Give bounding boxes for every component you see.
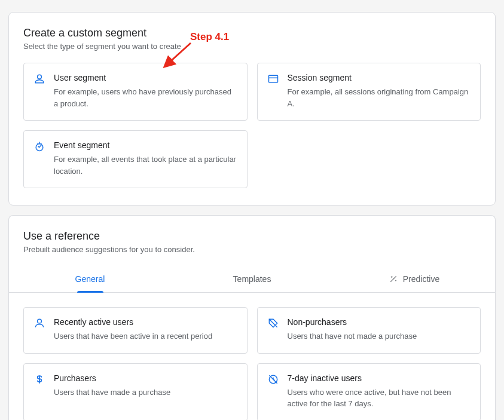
tab-templates[interactable]: Templates (171, 266, 333, 292)
user-icon (33, 73, 45, 85)
svg-point-5 (38, 319, 42, 323)
panel-title: Use a reference (23, 230, 481, 243)
event-icon (33, 140, 45, 152)
session-icon (267, 73, 279, 85)
user-icon (33, 317, 45, 329)
non-purchasers-card[interactable]: Non-purchasers Users that have not made … (257, 307, 481, 354)
panel-subtitle: Select the type of segment you want to c… (23, 42, 481, 51)
card-desc: Users that have not made a purchase (288, 330, 471, 342)
magic-wand-icon (389, 274, 398, 284)
no-tag-icon (267, 317, 279, 329)
seven-day-inactive-users-card[interactable]: 7-day inactive users Users who were once… (257, 363, 481, 421)
card-desc: Users who were once active, but have not… (288, 387, 471, 410)
card-title: Event segment (54, 140, 237, 150)
tab-label: Templates (233, 274, 271, 284)
card-title: Session segment (288, 73, 471, 82)
purchasers-card[interactable]: Purchasers Users that have made a purcha… (23, 363, 248, 421)
clock-off-icon (267, 373, 279, 385)
use-reference-panel: Use a reference Prebuilt audience sugges… (8, 215, 496, 420)
card-title: Non-purchasers (288, 317, 471, 327)
panel-title: Create a custom segment (23, 27, 481, 39)
card-desc: For example, all sessions originating fr… (288, 86, 471, 109)
tab-predictive[interactable]: Predictive (333, 266, 495, 292)
tab-label: Predictive (403, 274, 439, 284)
reference-tabs: General Templates Predictive (9, 266, 495, 293)
card-desc: Users that have been active in a recent … (54, 330, 237, 342)
tab-general[interactable]: General (9, 266, 171, 292)
card-title: Recently active users (54, 317, 237, 327)
svg-rect-2 (268, 75, 277, 82)
card-desc: Users that have made a purchase (54, 387, 237, 398)
card-desc: For example, users who have previously p… (54, 86, 237, 109)
event-segment-card[interactable]: Event segment For example, all events th… (23, 130, 248, 188)
create-custom-segment-panel: Create a custom segment Select the type … (8, 12, 496, 206)
user-segment-card[interactable]: User segment For example, users who have… (23, 63, 248, 121)
recently-active-users-card[interactable]: Recently active users Users that have be… (23, 307, 248, 354)
card-title: User segment (54, 73, 237, 82)
panel-subtitle: Prebuilt audience suggestions for you to… (23, 245, 481, 254)
session-segment-card[interactable]: Session segment For example, all session… (257, 63, 481, 121)
dollar-icon (33, 373, 45, 385)
card-title: 7-day inactive users (288, 373, 471, 383)
card-title: Purchasers (54, 373, 237, 383)
tab-label: General (75, 274, 105, 284)
card-desc: For example, all events that took place … (54, 154, 237, 177)
